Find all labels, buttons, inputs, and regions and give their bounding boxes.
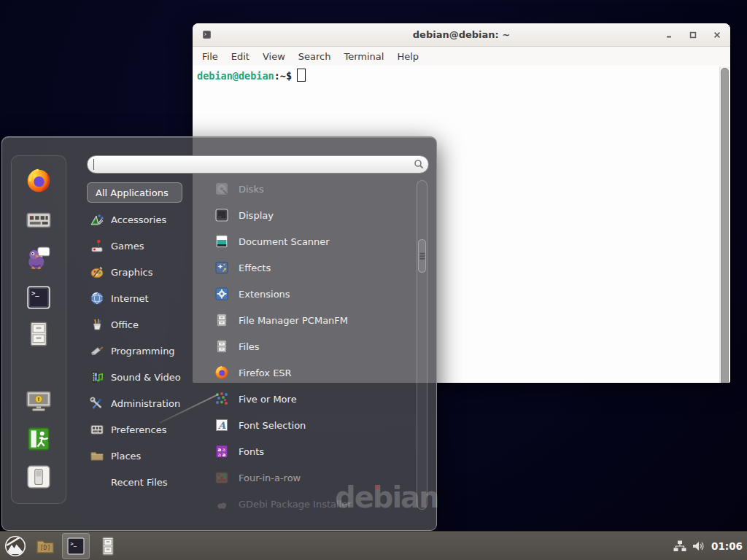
app-fonts[interactable]: aaaa Fonts (211, 438, 419, 464)
category-accessories[interactable]: Accessories (87, 206, 199, 233)
programming-icon (90, 343, 104, 358)
document-scanner-icon (214, 233, 230, 249)
display-icon (214, 207, 230, 223)
app-gdebi-package-installer[interactable]: GDebi Package Installer (211, 491, 419, 517)
svg-text:A: A (217, 420, 226, 431)
app-firefox-esr[interactable]: Firefox ESR (211, 359, 419, 386)
maximize-button[interactable] (689, 31, 697, 39)
disks-icon (214, 181, 230, 197)
category-office[interactable]: Office (87, 311, 199, 338)
terminal-menubar: File Edit View Search Terminal Help (193, 47, 730, 66)
search-caret (93, 159, 94, 170)
games-icon (90, 238, 104, 253)
taskbar: [D] >_ 01:06 (0, 531, 747, 560)
extensions-icon (214, 286, 230, 302)
scrollbar-grip (419, 255, 425, 257)
category-places[interactable]: Places (87, 443, 199, 469)
favorites-panel: >_ (11, 155, 66, 504)
menu-button[interactable] (4, 535, 26, 557)
fonts-icon: aaaa (214, 443, 230, 459)
category-programming[interactable]: Programming (87, 338, 199, 364)
menu-terminal[interactable]: Terminal (337, 51, 390, 62)
file-cabinet-icon (214, 338, 230, 354)
favorite-screensaver[interactable] (25, 387, 53, 415)
app-display[interactable]: Display (211, 202, 419, 228)
category-administration[interactable]: Administration (87, 390, 199, 416)
effects-icon (214, 260, 230, 276)
app-file-manager-pcmanfm[interactable]: File Manager PCManFM (211, 307, 419, 333)
favorite-file-manager[interactable] (25, 320, 53, 348)
svg-text:[D]: [D] (40, 545, 50, 551)
office-icon (90, 317, 104, 332)
app-effects[interactable]: Effects (211, 254, 419, 281)
terminal-cursor (297, 69, 306, 82)
terminal-icon: >_ (66, 537, 85, 556)
svg-text:>_: >_ (71, 541, 77, 547)
gdebi-icon (214, 496, 230, 512)
favorite-keyboard-icon[interactable] (25, 206, 53, 234)
category-preferences[interactable]: Preferences (87, 416, 199, 443)
internet-icon (90, 291, 104, 306)
favorite-firefox[interactable] (25, 167, 53, 195)
administration-icon (90, 396, 104, 411)
window-title: debian@debian: ~ (413, 29, 510, 40)
favorite-pidgin[interactable] (25, 244, 53, 272)
menu-view[interactable]: View (256, 51, 292, 62)
preferences-icon (90, 422, 104, 437)
svg-text:a: a (218, 452, 221, 458)
app-four-in-a-row[interactable]: Four-in-a-row (211, 464, 419, 491)
category-graphics[interactable]: Graphics (87, 259, 199, 285)
search-input[interactable] (87, 155, 429, 174)
app-files[interactable]: Files (211, 333, 419, 359)
category-all-applications[interactable]: All Applications (87, 182, 182, 203)
close-button[interactable] (713, 31, 721, 39)
prompt-suffix: :~$ (274, 70, 292, 82)
places-icon (90, 448, 104, 463)
font-selection-icon: A (214, 417, 230, 433)
category-recent-files[interactable]: Recent Files (87, 469, 199, 495)
terminal-scrollbar-thumb[interactable] (721, 68, 729, 383)
svg-text:>_: >_ (31, 289, 39, 297)
menu-file[interactable]: File (196, 51, 225, 62)
menu-help[interactable]: Help (390, 51, 425, 62)
volume-icon[interactable] (692, 540, 705, 552)
category-internet[interactable]: Internet (87, 285, 199, 311)
sound-video-icon (90, 370, 104, 384)
app-document-scanner[interactable]: Document Scanner (211, 228, 419, 254)
favorite-logout[interactable] (25, 425, 53, 453)
terminal-titlebar[interactable]: debian@debian: ~ (193, 23, 730, 47)
four-in-a-row-icon (214, 470, 230, 486)
menu-scrollbar-thumb[interactable] (418, 239, 426, 273)
terminal-window-icon (202, 30, 212, 39)
app-five-or-more[interactable]: Five or More (211, 386, 419, 412)
network-icon[interactable] (673, 540, 686, 552)
app-font-selection[interactable]: A Font Selection (211, 412, 419, 438)
terminal-scrollbar[interactable] (719, 66, 729, 383)
app-disks[interactable]: Disks (211, 176, 419, 202)
category-games[interactable]: Games (87, 233, 199, 259)
svg-text:a: a (222, 452, 226, 458)
file-cabinet-icon (214, 312, 230, 328)
graphics-icon (90, 265, 104, 279)
window-controls (665, 23, 721, 46)
accessories-icon (90, 212, 104, 227)
desktop: debian@debian: ~ File Edit View Search T… (0, 0, 747, 560)
prompt-user-host: debian@debian (197, 70, 274, 82)
minimize-button[interactable] (665, 31, 673, 39)
menu-search[interactable]: Search (292, 51, 338, 62)
firefox-icon (214, 365, 230, 381)
favorite-terminal[interactable]: >_ (25, 284, 53, 311)
five-or-more-icon (214, 391, 230, 407)
menu-scrollbar[interactable] (417, 180, 427, 510)
favorite-shutdown[interactable] (25, 463, 53, 491)
terminal-taskbar-button[interactable]: >_ (62, 533, 90, 559)
category-sound-video[interactable]: Sound & Video (87, 364, 199, 390)
menu-edit[interactable]: Edit (225, 51, 256, 62)
files-launcher[interactable] (98, 536, 118, 556)
search-icon (414, 159, 424, 169)
app-extensions[interactable]: Extensions (211, 281, 419, 307)
clock[interactable]: 01:06 (711, 540, 743, 552)
pcmanfm-launcher[interactable]: [D] (35, 536, 55, 556)
system-tray: 01:06 (673, 532, 743, 560)
application-menu: debian >_ (1, 136, 437, 531)
